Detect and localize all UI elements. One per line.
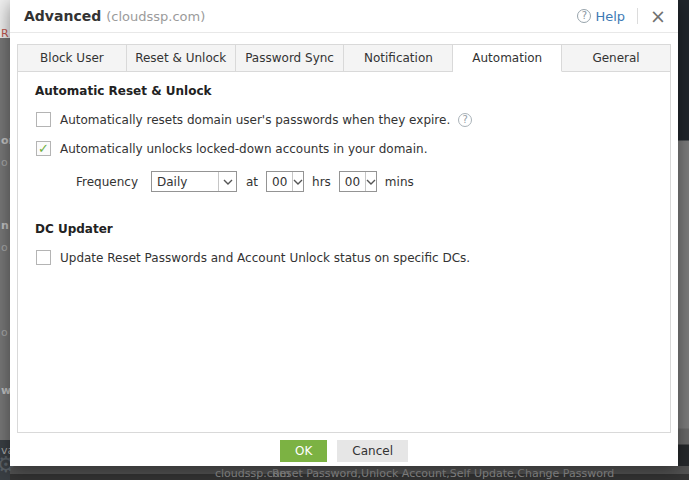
header-divider	[637, 8, 638, 24]
checkmark-icon: ✓	[38, 142, 49, 155]
background-text-fragment: or	[1, 134, 10, 147]
dialog-subtitle: (cloudssp.com)	[106, 9, 205, 24]
frequency-select-value: Daily	[152, 175, 218, 189]
advanced-settings-dialog: Advanced (cloudssp.com) ? Help × Block U…	[10, 0, 678, 466]
background-text-fragment: o s	[1, 156, 10, 169]
dc-updater-row: Update Reset Passwords and Account Unloc…	[36, 250, 656, 265]
background-policies-cell: Reset Password,Unlock Account,Self Updat…	[272, 467, 614, 480]
chevron-down-icon	[365, 172, 376, 191]
at-label: at	[246, 175, 258, 189]
tab-automation[interactable]: Automation	[453, 44, 562, 72]
tab-reset-unlock[interactable]: Reset & Unlock	[127, 44, 236, 72]
background-table-row: cloudssp.com Reset Password,Unlock Accou…	[10, 466, 689, 480]
auto-unlock-accounts-checkbox[interactable]: ✓	[36, 141, 51, 156]
background-text-fragment: w	[1, 384, 10, 397]
dc-updater-checkbox[interactable]	[36, 250, 51, 265]
frequency-row: Frequency Daily at 00 hrs 00	[76, 171, 656, 192]
dialog-footer: OK Cancel	[10, 440, 678, 462]
minutes-select-value: 00	[340, 175, 365, 189]
auto-reset-passwords-label: Automatically resets domain user's passw…	[60, 113, 450, 127]
auto-unlock-accounts-label: Automatically unlocks locked-down accoun…	[60, 142, 427, 156]
close-icon[interactable]: ×	[650, 8, 666, 24]
background-text-fragment: o	[1, 241, 8, 254]
tab-general[interactable]: General	[562, 44, 671, 72]
background-text-fragment: o s	[1, 326, 10, 339]
help-link-label: Help	[595, 9, 625, 24]
tab-password-sync[interactable]: Password Sync	[236, 44, 345, 72]
background-text-fragment: n	[1, 219, 9, 232]
help-icon: ?	[577, 9, 591, 23]
background-right-strip	[678, 0, 689, 480]
section-heading-automatic-reset-unlock: Automatic Reset & Unlock	[35, 84, 656, 98]
chevron-down-icon	[292, 172, 303, 191]
background-left-strip: R or o s n o o s w va	[0, 0, 10, 480]
tab-content-automation: Automatic Reset & Unlock Automatically r…	[17, 72, 671, 433]
chevron-down-icon	[218, 172, 236, 191]
hrs-label: hrs	[312, 175, 331, 189]
minutes-select[interactable]: 00	[339, 171, 377, 192]
question-mark-icon[interactable]: ?	[458, 113, 472, 127]
dc-updater-label: Update Reset Passwords and Account Unloc…	[60, 251, 470, 265]
frequency-select[interactable]: Daily	[151, 171, 237, 192]
tab-notification[interactable]: Notification	[344, 44, 453, 72]
hours-select[interactable]: 00	[266, 171, 304, 192]
dialog-title: Advanced	[24, 8, 101, 24]
auto-reset-passwords-row: Automatically resets domain user's passw…	[36, 112, 656, 127]
auto-unlock-accounts-row: ✓ Automatically unlocks locked-down acco…	[36, 141, 656, 156]
section-heading-dc-updater: DC Updater	[35, 222, 656, 236]
hours-select-value: 00	[267, 175, 292, 189]
auto-reset-passwords-checkbox[interactable]	[36, 112, 51, 127]
background-text-fragment: R	[1, 27, 9, 40]
cancel-button[interactable]: Cancel	[337, 440, 408, 462]
help-link[interactable]: ? Help	[577, 9, 625, 24]
ok-button[interactable]: OK	[280, 440, 327, 462]
dialog-header: Advanced (cloudssp.com) ? Help ×	[10, 0, 678, 33]
frequency-label: Frequency	[76, 175, 138, 189]
tab-block-user[interactable]: Block User	[17, 44, 127, 72]
tab-bar: Block User Reset & Unlock Password Sync …	[17, 44, 671, 72]
mins-label: mins	[385, 175, 414, 189]
